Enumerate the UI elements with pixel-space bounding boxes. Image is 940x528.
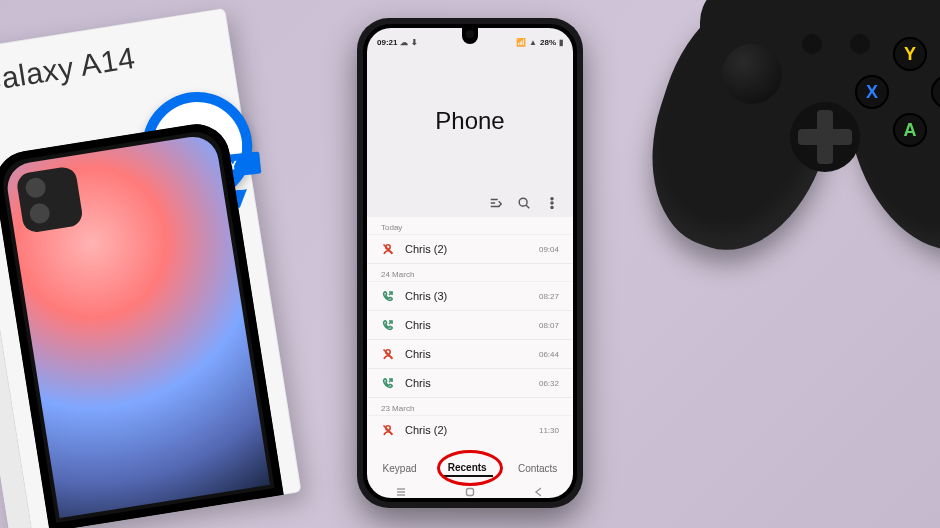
section-header: Today: [367, 217, 573, 235]
filter-icon[interactable]: [489, 196, 503, 210]
photo-scene: Galaxy A14 24 MONTH WARRANTY FOR AFRICA: [0, 0, 940, 528]
call-name: Chris: [405, 377, 539, 389]
view-button: [802, 34, 822, 54]
app-title: Phone: [435, 107, 504, 135]
missed-call-icon: [381, 423, 395, 437]
call-name: Chris (2): [405, 424, 539, 436]
more-icon[interactable]: [545, 196, 559, 210]
call-log-row[interactable]: Chris06:44: [367, 340, 573, 369]
a-button: A: [893, 113, 927, 147]
app-header: Phone: [367, 52, 573, 190]
call-time: 06:32: [539, 379, 559, 388]
signal-icon: ▲: [529, 38, 537, 47]
cloud-icon: ☁: [400, 38, 408, 47]
svg-line-4: [526, 205, 529, 208]
bottom-area: Keypad Recents Contacts: [367, 442, 573, 498]
call-name: Chris (3): [405, 290, 539, 302]
left-thumbstick: [722, 44, 782, 104]
missed-call-icon: [381, 347, 395, 361]
call-time: 08:07: [539, 321, 559, 330]
phone-screen: 09:21 ☁ ⬇ 📶 ▲ 28% ▮ Phone: [367, 28, 573, 498]
y-button: Y: [893, 37, 927, 71]
nav-back-icon[interactable]: [533, 484, 545, 496]
nav-recent-icon[interactable]: [395, 484, 407, 496]
game-controller: Y X B A: [660, 0, 940, 262]
x-button: X: [855, 75, 889, 109]
outgoing-call-icon: [381, 289, 395, 303]
svg-point-7: [551, 206, 553, 208]
render-camera-bump: [15, 165, 84, 234]
outgoing-call-icon: [381, 318, 395, 332]
missed-call-icon: [381, 242, 395, 256]
b-button: B: [931, 75, 940, 109]
search-icon[interactable]: [517, 196, 531, 210]
call-time: 06:44: [539, 350, 559, 359]
android-navbar: [367, 482, 573, 498]
bottom-tabs: Keypad Recents Contacts: [367, 456, 573, 480]
nav-home-icon[interactable]: [464, 484, 476, 496]
call-name: Chris: [405, 319, 539, 331]
product-box: Galaxy A14 24 MONTH WARRANTY FOR AFRICA: [0, 8, 302, 528]
svg-rect-20: [466, 489, 473, 496]
call-log-row[interactable]: Chris08:07: [367, 311, 573, 340]
battery-icon: ▮: [559, 38, 563, 47]
call-time: 08:27: [539, 292, 559, 301]
outgoing-call-icon: [381, 376, 395, 390]
tab-contacts[interactable]: Contacts: [512, 461, 563, 476]
dpad: [790, 102, 860, 172]
status-time: 09:21: [377, 38, 397, 47]
call-time: 09:04: [539, 245, 559, 254]
notch-camera: [462, 28, 478, 44]
call-log-row[interactable]: Chris (3)08:27: [367, 282, 573, 311]
call-log-row[interactable]: Chris (2)09:04: [367, 235, 573, 264]
call-log-row[interactable]: Chris06:32: [367, 369, 573, 398]
download-icon: ⬇: [411, 38, 418, 47]
svg-point-5: [551, 198, 553, 200]
call-name: Chris: [405, 348, 539, 360]
call-time: 11:30: [539, 426, 559, 435]
toolbar: [367, 190, 573, 217]
section-header: 24 March: [367, 264, 573, 282]
tab-keypad[interactable]: Keypad: [377, 461, 423, 476]
call-name: Chris (2): [405, 243, 539, 255]
wifi-icon: 📶: [516, 38, 526, 47]
svg-point-3: [519, 198, 527, 206]
battery-text: 28%: [540, 38, 556, 47]
box-product-name: Galaxy A14: [0, 28, 217, 99]
phone-device: 09:21 ☁ ⬇ 📶 ▲ 28% ▮ Phone: [357, 18, 583, 508]
face-buttons: Y X B A: [855, 37, 940, 147]
box-face: Galaxy A14 24 MONTH WARRANTY FOR AFRICA: [0, 8, 302, 528]
section-header: 23 March: [367, 398, 573, 416]
call-log-row[interactable]: Chris (2)11:30: [367, 416, 573, 442]
call-log-list[interactable]: TodayChris (2)09:0424 MarchChris (3)08:2…: [367, 217, 573, 442]
svg-point-6: [551, 202, 553, 204]
tab-recents[interactable]: Recents: [442, 460, 493, 477]
